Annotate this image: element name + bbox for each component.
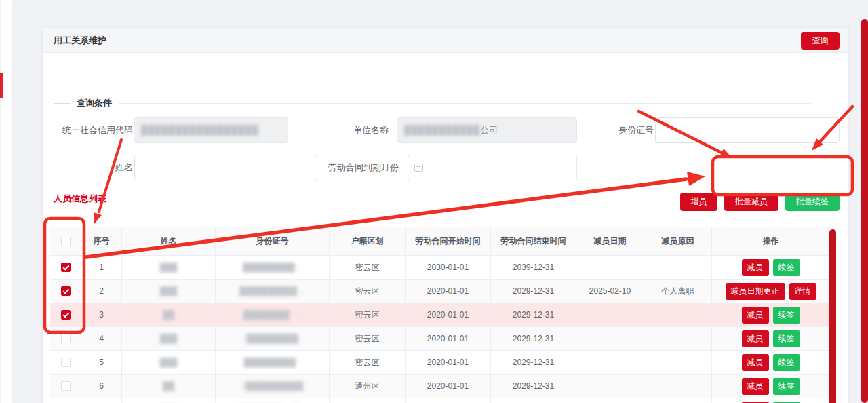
query-conditions-title: 查询条件 [77,97,112,109]
reduce-button[interactable]: 减员 [742,259,769,276]
cell-name: ███ [122,327,216,351]
page: 用工关系维护 查询 查询条件 统一社会信用代码 ████████████████… [0,0,868,403]
cell-name: ██ [122,375,216,398]
contract-expiry-month-input[interactable] [408,155,577,180]
cell-reduce-date [576,398,644,403]
name-label: 姓名 [85,155,133,180]
company-name-masked: ███████████ [404,125,480,135]
cell-seq: 4 [81,327,122,351]
cell-actions: 减员日期更正详情 [712,280,830,303]
cell-reduce-reason [644,375,712,398]
cell-name: ███ [122,280,216,303]
renew-button[interactable]: 续签 [773,259,800,276]
cell-id-number: ██████████… [216,280,330,303]
reduce-button[interactable]: 减员 [742,354,769,371]
renew-button[interactable]: 续签 [773,307,800,324]
cell-contract-start: 2020-01-01 [406,398,491,403]
column-header: 减员日期 [576,227,644,256]
calendar-icon [414,164,423,172]
row-checkbox[interactable] [61,310,71,320]
select-all-header[interactable] [50,227,81,256]
cell-contract-end: 2029-12-31 [491,351,576,375]
cell-actions: 减员续签 [712,351,830,375]
row-checkbox[interactable] [61,334,71,343]
cell-contract-start: 2020-01-01 [406,375,491,398]
column-header: 操作 [712,227,830,256]
cell-reduce-date [576,351,644,375]
table-row: 2█████████████…密云区2020-01-012029-12-3120… [50,280,830,303]
cell-reduce-reason [644,398,712,403]
row-checkbox[interactable] [61,263,71,272]
panel-body: 查询条件 统一社会信用代码 █████████████████ 单位名称 ███… [43,53,848,403]
row-checkbox[interactable] [61,381,71,391]
cell-reduce-date [576,256,644,280]
reduce-button[interactable]: 减员 [742,378,769,395]
renew-button[interactable]: 续签 [773,378,800,395]
cell-actions: 减员续签 [712,375,830,398]
cell-reduce-date [576,375,644,398]
row-checkbox[interactable] [61,286,71,296]
cell-actions: 减员续签 [712,398,830,403]
cell-name: ███ [122,351,216,375]
credit-code-label: 统一社会信用代码 [52,117,133,143]
legend-dash [54,103,70,104]
reduce-date-fix-button[interactable]: 减员日期更正 [726,283,785,300]
cell-contract-end: 2029-12-31 [491,327,576,351]
cell-id-number: 1████████ .██… [216,398,330,403]
reduce-button[interactable]: 减员 [742,307,769,324]
page-scrollbar-thumb[interactable] [861,19,868,403]
cell-seq: 5 [81,351,122,375]
cell-seq: 3 [81,303,122,327]
id-number-input[interactable] [655,117,840,143]
cell-actions: 减员续签 [712,327,830,351]
cell-id-number: █████████ .. [216,256,330,280]
column-header: 户籍区划 [330,227,406,256]
add-personnel-button[interactable]: 增员 [680,193,717,211]
table-row: 6██1██████████通州区2020-01-012029-12-31减员续… [50,375,830,398]
employment-panel: 用工关系维护 查询 查询条件 统一社会信用代码 ████████████████… [42,27,849,403]
contract-expiry-month-label: 劳动合同到期月份 [328,155,399,180]
cell-name: ███ [122,256,216,280]
detail-button[interactable]: 详情 [789,283,816,300]
column-header: 减员原因 [644,227,712,256]
credit-code-input[interactable]: █████████████████ [134,117,288,143]
panel-header: 用工关系维护 查询 [43,28,848,53]
batch-reduce-button[interactable]: 批量减员 [724,193,778,211]
page-title: 用工关系维护 [54,28,106,53]
cell-reduce-date [576,327,644,351]
sidebar-collapsed-strip [1,0,12,403]
legend-line [119,103,811,104]
reduce-button[interactable]: 减员 [742,330,769,347]
table-scrollbar-thumb[interactable] [829,229,836,403]
cell-district: 密云区 [330,327,406,351]
cell-id-number: ████████ · .. [216,303,330,327]
batch-renew-button[interactable]: 批量续签 [785,193,840,211]
cell-contract-end: 2029-12-31 [491,398,576,403]
cell-actions: 减员续签 [712,256,830,280]
cell-contract-start: 2020-01-01 [406,280,491,303]
company-name-label: 单位名称 [341,117,389,143]
table-row: 1████████████ ..密云区2030-01-012039-12-31减… [50,256,830,280]
cell-district: 通州区 [330,375,406,398]
query-conditions-legend: 查询条件 [54,97,811,109]
cell-contract-end: 2029-12-31 [491,280,576,303]
cell-district: 密云区 [330,303,406,327]
cell-reduce-reason [644,327,712,351]
cell-id-number: █████████ [216,327,330,351]
name-input[interactable] [134,155,317,180]
cell-district: 密云区 [330,280,406,303]
select-all-checkbox[interactable] [61,237,71,246]
company-name-input[interactable]: ███████████公司 [397,117,577,143]
cell-name: ██ [122,303,216,327]
query-button[interactable]: 查询 [801,32,840,50]
cell-name: ███ [122,398,216,403]
renew-button[interactable]: 续签 [773,330,800,347]
cell-contract-start: 2030-01-01 [406,256,491,280]
row-checkbox[interactable] [61,358,71,367]
cell-seq: 2 [81,280,122,303]
table-header-row: 序号姓名身份证号户籍区划劳动合同开始时间劳动合同结束时间减员日期减员原因操作 [50,227,830,256]
renew-button[interactable]: 续签 [773,354,800,371]
table-row: 4████████████密云区2020-01-012029-12-31减员续签 [50,327,830,351]
table-row: 7███1████████ .██…密云区2020-01-012029-12-3… [50,398,830,403]
column-header: 序号 [81,227,122,256]
